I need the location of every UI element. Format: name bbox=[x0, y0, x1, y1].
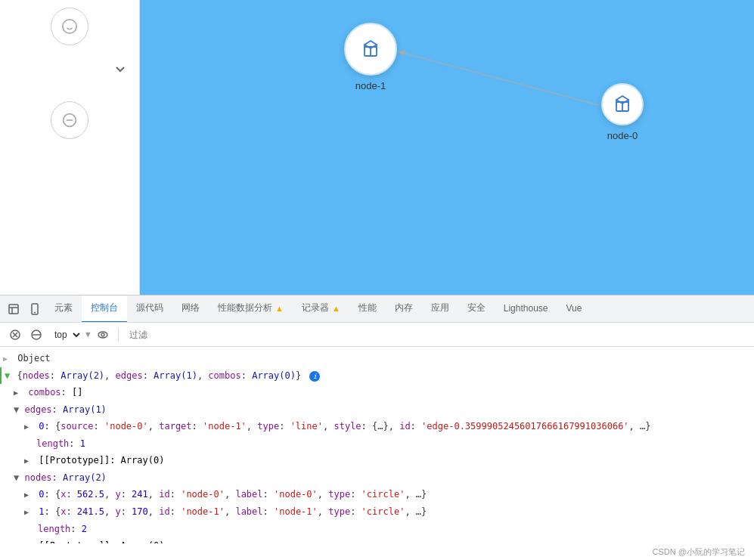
tab-console[interactable]: 控制台 bbox=[82, 295, 127, 323]
tab-security[interactable]: 安全 bbox=[458, 295, 495, 323]
tab-source[interactable]: 源代码 bbox=[127, 295, 172, 323]
clear-console-btn[interactable] bbox=[6, 326, 24, 344]
tab-lighthouse[interactable]: Lighthouse bbox=[495, 295, 557, 323]
edge-svg bbox=[140, 0, 754, 295]
node-0-line: ▶ 0: {x: 562.5, y: 241, id: 'node-0', la… bbox=[0, 486, 754, 503]
watermark-text: CSDN @小阮的学习笔记 bbox=[653, 546, 745, 558]
console-area: ▶ Object ▼ {nodes: Array(2), edges: Arra… bbox=[0, 347, 754, 543]
warn-icon-recorder: ▲ bbox=[332, 304, 340, 313]
graph-canvas: node-1 node-0 bbox=[140, 0, 754, 295]
combos-line: ▶ combos: [] bbox=[0, 384, 754, 401]
svg-point-28 bbox=[101, 333, 104, 336]
emoji-button[interactable] bbox=[51, 8, 88, 45]
tab-network[interactable]: 网络 bbox=[172, 295, 209, 323]
edges-line: ▼ edges: Array(1) bbox=[0, 401, 754, 418]
tab-performance-data[interactable]: 性能数据分析 ▲ bbox=[209, 295, 293, 323]
minus-button[interactable] bbox=[51, 101, 88, 139]
svg-point-27 bbox=[98, 332, 107, 338]
eye-btn[interactable] bbox=[94, 326, 112, 344]
chevron-down-btn[interactable] bbox=[109, 60, 132, 79]
devtools-panel: 元素 控制台 源代码 网络 性能数据分析 ▲ 记录器 ▲ 性能 内存 应用 安全 bbox=[0, 295, 754, 560]
tab-memory[interactable]: 内存 bbox=[386, 295, 422, 323]
svg-rect-17 bbox=[9, 305, 18, 314]
node-1-line: ▶ 1: {x: 241.5, y: 170, id: 'node-1', la… bbox=[0, 503, 754, 521]
tab-elements[interactable]: 元素 bbox=[45, 295, 82, 323]
nodes-proto-line: ▶ [[Prototype]]: Array(0) bbox=[0, 537, 754, 543]
tab-vue[interactable]: Vue bbox=[557, 295, 591, 323]
block-btn[interactable] bbox=[27, 326, 45, 344]
expand-arrow-combos[interactable]: ▶ bbox=[14, 386, 23, 400]
svg-line-6 bbox=[397, 51, 624, 112]
edges-length-line: length: 1 bbox=[0, 435, 754, 452]
context-select[interactable]: top bbox=[48, 329, 82, 341]
tab-recorder[interactable]: 记录器 ▲ bbox=[293, 295, 349, 323]
nodes-line: ▼ nodes: Array(2) bbox=[0, 469, 754, 486]
expand-arrow-node1[interactable]: ▶ bbox=[24, 506, 33, 519]
node-1-label: node-1 bbox=[355, 80, 386, 91]
node-0-circle bbox=[601, 83, 644, 125]
expand-arrow-obj[interactable]: ▶ bbox=[3, 352, 12, 366]
tab-bar: 元素 控制台 源代码 网络 性能数据分析 ▲ 记录器 ▲ 性能 内存 应用 安全 bbox=[0, 295, 754, 323]
warn-icon-perf: ▲ bbox=[275, 304, 284, 313]
canvas-area: node-1 node-0 bbox=[0, 0, 754, 295]
expand-arrow-edges-proto[interactable]: ▶ bbox=[24, 454, 33, 468]
node-0-label: node-0 bbox=[607, 130, 638, 141]
left-sidebar bbox=[0, 0, 140, 295]
node-1[interactable]: node-1 bbox=[344, 23, 397, 91]
expand-arrow-node0[interactable]: ▶ bbox=[24, 488, 33, 502]
info-icon[interactable]: i bbox=[309, 371, 320, 382]
svg-point-0 bbox=[63, 20, 76, 33]
console-object-line: ▶ Object bbox=[0, 350, 754, 367]
edge-0-line: ▶ 0: {source: 'node-0', target: 'node-1'… bbox=[0, 418, 754, 435]
nodes-length-line: length: 2 bbox=[0, 521, 754, 537]
tab-perf[interactable]: 性能 bbox=[349, 295, 386, 323]
filter-input[interactable] bbox=[125, 328, 216, 342]
expand-arrow-edge0[interactable]: ▶ bbox=[24, 420, 33, 434]
edges-proto-line: ▶ [[Prototype]]: Array(0) bbox=[0, 452, 754, 469]
console-root-line: ▼ {nodes: Array(2), edges: Array(1), com… bbox=[0, 367, 754, 384]
phone-icon-btn[interactable] bbox=[24, 299, 45, 320]
inspect-icon-btn[interactable] bbox=[3, 299, 24, 320]
footer-watermark: CSDN @小阮的学习笔记 bbox=[0, 543, 754, 560]
node-1-circle bbox=[344, 23, 397, 76]
toolbar-row: top ▼ bbox=[0, 323, 754, 347]
tab-application[interactable]: 应用 bbox=[422, 295, 458, 323]
node-0[interactable]: node-0 bbox=[601, 83, 644, 141]
